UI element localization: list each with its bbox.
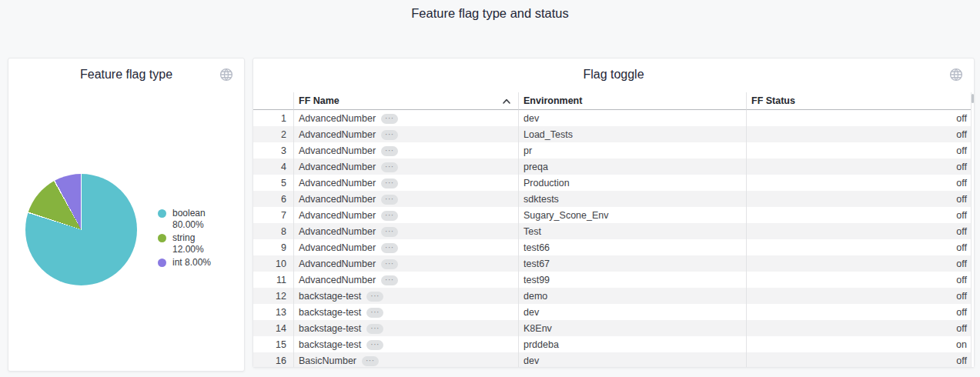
- ff-status-cell: off: [746, 207, 971, 223]
- panel-feature-flag-type: Feature flag type boolean 80.00%string 1…: [8, 58, 245, 372]
- pie-panel-title: Feature flag type: [8, 68, 244, 82]
- row-index: 16: [253, 352, 293, 367]
- legend-label: string 12.00%: [172, 232, 204, 255]
- ff-name-value: AdvancedNumber: [299, 162, 376, 172]
- ff-status-cell: off: [746, 320, 971, 336]
- legend-item[interactable]: boolean 80.00%: [158, 208, 227, 231]
- table-scrollbar-thumb[interactable]: [972, 94, 974, 103]
- dashboard: Feature flag type and status Feature fla…: [0, 0, 980, 377]
- legend-label: boolean 80.00%: [172, 208, 206, 230]
- row-index: 5: [253, 175, 293, 191]
- ff-name-cell: AdvancedNumber···: [293, 142, 518, 158]
- row-index: 11: [253, 272, 293, 288]
- ff-name-cell: AdvancedNumber···: [293, 272, 518, 288]
- ff-name-cell: AdvancedNumber···: [293, 223, 518, 239]
- table-row: 1AdvancedNumber···devoff: [253, 110, 971, 126]
- legend-swatch-icon: [158, 209, 166, 218]
- legend-swatch-icon: [158, 234, 166, 242]
- ellipsis-icon[interactable]: ···: [366, 340, 383, 350]
- legend-swatch-icon: [158, 259, 166, 267]
- table-header-row: FF Name Environment FF Status: [253, 92, 971, 110]
- table-panel-header: Flag toggle: [253, 58, 974, 92]
- table-row: 11AdvancedNumber···test99off: [253, 272, 971, 288]
- environment-cell: dev: [518, 352, 746, 367]
- ff-name-value: backstage-test: [299, 339, 361, 350]
- ff-name-cell: backstage-test···: [293, 304, 518, 320]
- row-index: 8: [253, 223, 293, 239]
- ff-name-cell: backstage-test···: [293, 320, 518, 336]
- ellipsis-icon[interactable]: ···: [381, 227, 398, 237]
- table-row: 16BasicNumber···devoff: [253, 352, 971, 367]
- row-index: 3: [253, 142, 293, 158]
- chevron-up-icon: [502, 98, 511, 105]
- ff-status-cell: off: [746, 126, 971, 142]
- column-header-ff-status[interactable]: FF Status: [746, 92, 971, 110]
- ff-status-cell: off: [746, 191, 971, 207]
- column-header-label: FF Status: [751, 95, 795, 106]
- ff-status-cell: off: [746, 288, 971, 304]
- column-header-label: Environment: [523, 95, 582, 106]
- ff-name-cell: AdvancedNumber···: [293, 239, 518, 255]
- ellipsis-icon[interactable]: ···: [366, 308, 383, 318]
- ff-status-cell: off: [746, 110, 971, 126]
- table-row: 6AdvancedNumber···sdktestsoff: [253, 191, 971, 207]
- ellipsis-icon[interactable]: ···: [366, 292, 383, 302]
- row-index: 15: [253, 336, 293, 352]
- environment-cell: test99: [518, 272, 746, 288]
- row-index: 2: [253, 126, 293, 142]
- ellipsis-icon[interactable]: ···: [381, 275, 398, 285]
- environment-cell: Sugary_Scone_Env: [518, 207, 746, 223]
- environment-cell: Production: [518, 175, 746, 191]
- table-row: 13backstage-test···devoff: [253, 304, 971, 320]
- ff-name-value: AdvancedNumber: [299, 242, 376, 253]
- column-header-ff-name[interactable]: FF Name: [293, 92, 518, 110]
- ellipsis-icon[interactable]: ···: [381, 130, 398, 140]
- ellipsis-icon[interactable]: ···: [381, 146, 398, 156]
- ff-name-value: BasicNumber: [299, 355, 356, 366]
- globe-icon[interactable]: [949, 68, 963, 82]
- legend-item[interactable]: string 12.00%: [158, 232, 227, 255]
- ellipsis-icon[interactable]: ···: [381, 114, 398, 124]
- column-header-environment[interactable]: Environment: [518, 92, 746, 110]
- ff-status-cell: off: [746, 158, 971, 175]
- ellipsis-icon[interactable]: ···: [366, 324, 383, 334]
- row-number-column-header: [253, 92, 293, 110]
- table-row: 8AdvancedNumber···Testoff: [253, 223, 971, 239]
- table-row: 12backstage-test···demooff: [253, 288, 971, 304]
- ellipsis-icon[interactable]: ···: [381, 259, 398, 269]
- ellipsis-icon[interactable]: ···: [381, 162, 398, 172]
- environment-cell: pr: [518, 142, 746, 158]
- ff-name-value: AdvancedNumber: [299, 129, 376, 140]
- ellipsis-icon[interactable]: ···: [381, 178, 398, 188]
- globe-icon[interactable]: [219, 68, 233, 82]
- table-row: 7AdvancedNumber···Sugary_Scone_Envoff: [253, 207, 971, 223]
- pie-chart[interactable]: [25, 174, 137, 285]
- ellipsis-icon[interactable]: ···: [362, 356, 379, 366]
- ellipsis-icon[interactable]: ···: [381, 243, 398, 253]
- ff-name-cell: BasicNumber···: [293, 352, 518, 367]
- ellipsis-icon[interactable]: ···: [381, 195, 398, 205]
- environment-cell: Load_Tests: [518, 126, 746, 142]
- ff-name-cell: AdvancedNumber···: [293, 110, 518, 126]
- environment-cell: test67: [518, 255, 746, 272]
- ff-status-cell: off: [746, 352, 971, 367]
- ff-name-value: backstage-test: [299, 307, 361, 318]
- environment-cell: sdktests: [518, 191, 746, 207]
- row-index: 1: [253, 110, 293, 126]
- table-panel-title: Flag toggle: [253, 68, 974, 82]
- ff-name-cell: AdvancedNumber···: [293, 191, 518, 207]
- ff-status-cell: off: [746, 304, 971, 320]
- ff-status-cell: off: [746, 255, 971, 272]
- environment-cell: dev: [518, 110, 746, 126]
- legend-item[interactable]: int 8.00%: [158, 257, 227, 269]
- environment-cell: demo: [518, 288, 746, 304]
- table-row: 2AdvancedNumber···Load_Testsoff: [253, 126, 971, 142]
- ellipsis-icon[interactable]: ···: [381, 211, 398, 221]
- ff-name-value: AdvancedNumber: [299, 178, 376, 188]
- ff-status-cell: off: [746, 175, 971, 191]
- ff-name-value: backstage-test: [299, 323, 361, 334]
- ff-status-cell: off: [746, 272, 971, 288]
- row-index: 9: [253, 239, 293, 255]
- table-row: 3AdvancedNumber···proff: [253, 142, 971, 158]
- ff-status-cell: off: [746, 223, 971, 239]
